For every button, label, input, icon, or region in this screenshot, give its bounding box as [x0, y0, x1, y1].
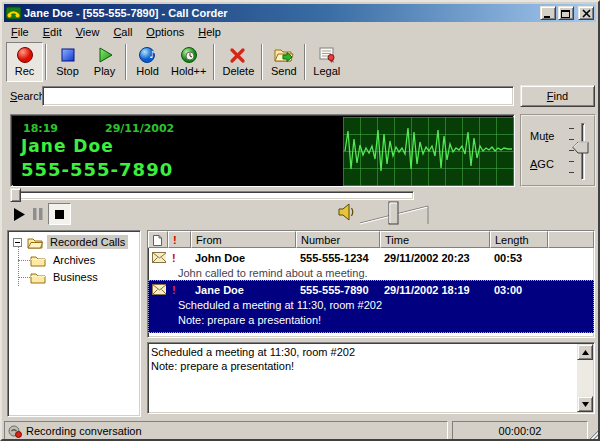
tree-item-business[interactable]: Business	[30, 269, 101, 285]
playback-pause-button[interactable]	[30, 205, 46, 223]
slider-tick	[569, 172, 574, 173]
slider-tick	[569, 161, 574, 162]
find-button[interactable]: Find	[520, 85, 595, 107]
hold-icon: ♪	[137, 44, 159, 65]
column-header-priority[interactable]: !	[168, 231, 191, 248]
document-icon	[153, 235, 162, 246]
hold-plus-icon	[178, 44, 200, 65]
folder-icon	[30, 254, 46, 267]
hold-plus-button[interactable]: Hold++	[166, 42, 211, 82]
stop-button[interactable]: Stop	[49, 42, 86, 82]
column-header-number[interactable]: Number	[296, 231, 380, 248]
play-button[interactable]: Play	[86, 42, 123, 82]
column-header-time[interactable]: Time	[380, 231, 490, 248]
cell-from: John Doe	[191, 248, 296, 265]
column-header-length[interactable]: Length	[490, 231, 548, 248]
toolbar-separator	[304, 44, 306, 80]
window-title: Jane Doe - [555-555-7890] - Call Corder	[24, 7, 228, 19]
call-note: John called to remind about a meeting.	[148, 265, 594, 280]
notes-editor[interactable]: Scheduled a meeting at 11:30, room #202 …	[147, 342, 595, 414]
call-note: Scheduled a meeting at 11:30, room #202	[148, 297, 594, 312]
minimize-button[interactable]	[540, 6, 556, 20]
column-header-from[interactable]: From	[191, 231, 296, 248]
toolbar: Rec Stop Play ♪ Hold	[4, 41, 596, 83]
mixer-panel: Mute AGC	[520, 114, 596, 187]
app-icon	[6, 6, 21, 20]
message-envelope-icon	[148, 248, 168, 265]
volume-slider-thumb[interactable]	[389, 202, 398, 224]
playback-stop-button[interactable]	[48, 203, 71, 225]
playback-play-button[interactable]	[10, 205, 28, 223]
resize-grip[interactable]	[588, 429, 600, 441]
priority-mark: !	[168, 248, 191, 265]
hold-button[interactable]: ♪ Hold	[129, 42, 166, 82]
menu-file[interactable]: File	[4, 24, 36, 40]
toolbar-separator	[261, 44, 263, 80]
open-folder-icon	[27, 236, 43, 249]
stop-icon	[57, 44, 79, 65]
menu-help[interactable]: Help	[191, 24, 228, 40]
close-button[interactable]	[578, 6, 594, 20]
statusbar-message: Recording conversation	[26, 425, 142, 437]
call-list: ! From Number Time Length ! John Doe 555…	[147, 230, 595, 338]
cell-number: 555-555-1234	[296, 248, 380, 265]
collapse-icon[interactable]	[13, 238, 22, 247]
menu-edit[interactable]: Edit	[36, 24, 69, 40]
delete-icon	[227, 44, 249, 65]
tree-item-recorded-calls[interactable]: Recorded Calls	[13, 234, 128, 250]
tree-item-label: Archives	[50, 253, 98, 267]
column-header-filler	[548, 231, 594, 248]
notes-scrollbar[interactable]	[577, 344, 593, 412]
svg-text:♪: ♪	[149, 49, 155, 60]
tree-item-label: Business	[50, 270, 101, 284]
maximize-icon	[561, 9, 571, 18]
legal-icon	[316, 44, 338, 65]
notes-text: Scheduled a meeting at 11:30, room #202 …	[151, 345, 574, 373]
seek-thumb[interactable]	[10, 188, 21, 202]
legal-button[interactable]: Legal	[308, 42, 345, 82]
send-button[interactable]: Send	[265, 42, 302, 82]
slider-tick	[569, 139, 574, 140]
call-row-jane-doe-selected[interactable]: ! Jane Doe 555-555-7890 29/11/2002 18:19…	[148, 280, 594, 333]
volume-slider[interactable]	[358, 199, 434, 227]
statusbar-timer-panel: 00:00:02	[452, 421, 588, 441]
tree-connector	[18, 260, 30, 261]
maximize-button[interactable]	[558, 6, 574, 20]
delete-button[interactable]: Delete	[217, 42, 259, 82]
menubar: File Edit View Call Options Help	[4, 23, 596, 41]
column-header-attachment[interactable]	[148, 231, 168, 248]
lcd-caller-name: Jane Doe	[21, 136, 114, 156]
menu-view[interactable]: View	[69, 24, 107, 40]
folder-tree: Recorded Calls Archives Business	[7, 230, 141, 417]
message-envelope-icon	[148, 280, 168, 297]
arrow-down-icon	[582, 402, 589, 407]
tree-connector	[18, 247, 19, 286]
level-slider-thumb[interactable]	[572, 141, 590, 154]
agc-label: AGC	[530, 158, 554, 170]
seek-track[interactable]	[10, 191, 414, 200]
play-icon	[94, 44, 116, 65]
playback-stop-icon	[55, 210, 64, 219]
titlebar[interactable]: Jane Doe - [555-555-7890] - Call Corder	[4, 4, 596, 22]
cell-time: 29/11/2002 18:19	[380, 280, 490, 297]
speaker-icon	[338, 203, 356, 222]
recording-status-icon	[8, 424, 22, 438]
priority-mark: !	[168, 280, 191, 297]
scroll-down-button[interactable]	[577, 396, 593, 412]
menu-call[interactable]: Call	[106, 24, 139, 40]
search-label: Search	[10, 90, 45, 102]
menu-options[interactable]: Options	[139, 24, 191, 40]
lcd-caller-number: 555-555-7890	[21, 159, 173, 180]
cell-length: 00:53	[490, 248, 548, 265]
toolbar-separator	[45, 44, 47, 80]
tree-item-archives[interactable]: Archives	[30, 252, 98, 268]
record-button[interactable]: Rec	[6, 42, 43, 82]
playback-pause-icon	[33, 208, 43, 220]
minimize-icon	[543, 9, 553, 18]
recording-timer: 00:00:02	[499, 425, 542, 437]
call-row-john-doe[interactable]: ! John Doe 555-555-1234 29/11/2002 20:23…	[148, 248, 594, 280]
search-input[interactable]	[42, 86, 514, 106]
scroll-up-button[interactable]	[577, 344, 593, 360]
call-note: Note: prepare a presentation!	[148, 312, 594, 327]
toolbar-separator	[125, 44, 127, 80]
